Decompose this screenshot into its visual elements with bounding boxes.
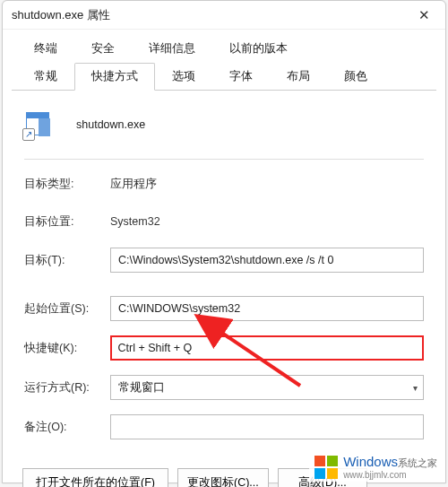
row-comment: 备注(O): <box>24 414 424 439</box>
tab-general[interactable]: 常规 <box>17 63 74 91</box>
select-run-mode[interactable]: 常规窗口 ▾ <box>110 375 424 400</box>
tab-options[interactable]: 选项 <box>155 63 212 91</box>
properties-dialog: shutdown.exe 属性 ✕ 终端 安全 详细信息 以前的版本 常规 快捷… <box>2 0 446 483</box>
tab-previous-versions[interactable]: 以前的版本 <box>212 35 305 63</box>
change-icon-button[interactable]: 更改图标(C)... <box>177 468 269 487</box>
watermark-url: www.bjjmlv.com <box>343 470 437 480</box>
tab-layout[interactable]: 布局 <box>270 63 327 91</box>
tab-area: 终端 安全 详细信息 以前的版本 常规 快捷方式 选项 字体 布局 颜色 <box>3 30 445 91</box>
shortcut-panel: ↗ shutdown.exe 目标类型: 应用程序 目标位置: System32… <box>3 91 445 463</box>
tab-terminal[interactable]: 终端 <box>17 35 74 63</box>
input-comment[interactable] <box>110 414 424 439</box>
input-shortcut-key[interactable] <box>110 335 424 361</box>
shortcut-file-icon: ↗ <box>24 110 53 139</box>
label-comment: 备注(O): <box>24 420 110 435</box>
separator <box>24 159 424 160</box>
windows-logo-icon <box>314 456 338 479</box>
tab-colors[interactable]: 颜色 <box>327 63 384 91</box>
titlebar: shutdown.exe 属性 ✕ <box>3 1 445 30</box>
select-run-mode-value: 常规窗口 <box>118 380 165 396</box>
tab-security[interactable]: 安全 <box>74 35 132 63</box>
value-target-type: 应用程序 <box>110 177 157 192</box>
tab-shortcut[interactable]: 快捷方式 <box>74 63 155 91</box>
row-target-type: 目标类型: 应用程序 <box>24 172 424 196</box>
watermark: Windows系统之家 www.bjjmlv.com <box>309 452 443 482</box>
value-target-location: System32 <box>110 215 160 228</box>
label-target-type: 目标类型: <box>24 177 110 192</box>
watermark-text: Windows <box>343 454 398 469</box>
input-target[interactable] <box>110 248 424 273</box>
open-file-location-button[interactable]: 打开文件所在的位置(F) <box>22 468 168 487</box>
watermark-sub: 系统之家 <box>398 457 437 468</box>
label-target-location: 目标位置: <box>24 214 110 230</box>
label-shortcut-key: 快捷键(K): <box>24 341 110 356</box>
row-start-in: 起始位置(S): <box>24 296 424 321</box>
row-target-location: 目标位置: System32 <box>24 210 424 233</box>
label-run-mode: 运行方式(R): <box>24 380 110 396</box>
chevron-down-icon: ▾ <box>413 383 418 393</box>
input-start-in[interactable] <box>110 296 424 321</box>
tab-font[interactable]: 字体 <box>212 63 270 91</box>
label-target: 目标(T): <box>24 253 110 268</box>
tab-row-1: 终端 安全 详细信息 以前的版本 <box>3 35 445 63</box>
close-button[interactable]: ✕ <box>411 7 436 23</box>
tab-details[interactable]: 详细信息 <box>132 35 212 63</box>
row-run-mode: 运行方式(R): 常规窗口 ▾ <box>24 375 424 400</box>
row-shortcut-key: 快捷键(K): <box>24 335 424 361</box>
row-target: 目标(T): <box>24 248 424 273</box>
window-title: shutdown.exe 属性 <box>12 7 411 23</box>
tab-row-2: 常规 快捷方式 选项 字体 布局 颜色 <box>3 63 445 91</box>
icon-row: ↗ shutdown.exe <box>24 110 424 139</box>
filename-label: shutdown.exe <box>76 118 145 131</box>
shortcut-overlay-arrow-icon: ↗ <box>22 128 35 141</box>
label-start-in: 起始位置(S): <box>24 301 110 317</box>
